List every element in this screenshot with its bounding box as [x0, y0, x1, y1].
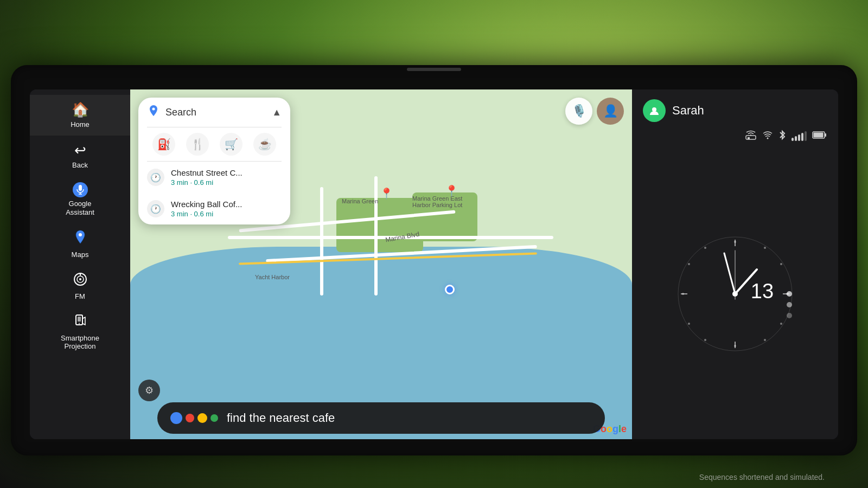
svg-point-3	[79, 233, 82, 236]
suggestion-meta-1: 3 min · 0.6 mi	[171, 178, 282, 187]
svg-rect-19	[825, 133, 826, 137]
svg-point-45	[787, 313, 792, 318]
sidebar-item-maps[interactable]: Maps	[30, 223, 130, 266]
status-bar	[632, 130, 838, 148]
back-icon: ↩	[74, 142, 86, 159]
voice-assistant-bar: find the nearest cafe	[157, 402, 605, 434]
svg-rect-0	[79, 185, 82, 191]
svg-point-9	[79, 323, 80, 324]
svg-point-30	[764, 247, 766, 249]
user-name-label: Sarah	[672, 104, 704, 118]
disclaimer-text: Sequences shortened and simulated.	[699, 473, 825, 481]
dot-green	[210, 414, 218, 422]
map-road-v1	[320, 187, 323, 296]
maps-icon	[73, 229, 88, 248]
sidebar-label-smartphone: SmartphoneProjection	[61, 334, 99, 351]
category-cafe[interactable]: ☕	[253, 133, 276, 156]
svg-point-32	[688, 263, 690, 265]
svg-point-28	[682, 293, 684, 295]
map-road-v2	[374, 176, 378, 296]
category-row: ⛽ 🍴 🛒 ☕	[138, 127, 290, 161]
analog-clock: 13	[675, 234, 795, 354]
map-label-yacht: Yacht Harbor	[255, 274, 290, 280]
svg-point-27	[734, 345, 736, 347]
map-top-right-controls: 🎙️ 👤	[565, 98, 624, 125]
sidebar-item-back[interactable]: ↩ Back	[30, 136, 130, 176]
signal-bar-4	[801, 133, 803, 141]
map-pin-2: 📍	[445, 184, 458, 197]
search-bar[interactable]: Search ▲	[138, 98, 290, 127]
sidebar-item-fm[interactable]: FM	[30, 266, 130, 307]
svg-point-44	[787, 302, 792, 307]
settings-icon: ⚙	[145, 384, 154, 396]
category-shopping[interactable]: 🛒	[220, 133, 242, 156]
suggestion-info-2: Wrecking Ball Cof... 3 min · 0.6 mi	[171, 200, 282, 218]
signal-bar-3	[798, 134, 800, 141]
svg-point-26	[734, 241, 736, 243]
google-o2: o	[607, 423, 612, 435]
dot-red	[186, 414, 194, 422]
svg-point-34	[780, 263, 782, 265]
search-chevron-icon: ▲	[272, 107, 282, 118]
svg-point-43	[787, 291, 792, 297]
sidebar-label-back: Back	[72, 161, 88, 170]
user-avatar[interactable]: 👤	[597, 98, 624, 125]
signal-bar-1	[792, 138, 794, 141]
bluetooth-icon	[778, 130, 786, 143]
dot-yellow	[197, 413, 207, 423]
map-pin-1: 📍	[380, 187, 393, 200]
google-e: e	[621, 423, 627, 435]
microphone-icon: 🎙️	[572, 104, 586, 118]
sidebar-label-maps: Maps	[72, 251, 89, 259]
google-g2: g	[612, 423, 618, 435]
svg-point-13	[652, 107, 656, 112]
sidebar: 🏠 Home ↩ Back GoogleAssistant	[30, 89, 130, 439]
map-label-marina-green: Marina Green	[342, 198, 378, 204]
assistant-mic-icon	[73, 182, 88, 197]
map-park-1	[336, 198, 423, 252]
wifi-icon	[762, 131, 773, 142]
settings-button[interactable]: ⚙	[138, 380, 160, 401]
car-wifi-icon	[745, 130, 757, 142]
svg-point-6	[79, 278, 81, 280]
search-label: Search	[165, 107, 272, 118]
signal-bar-2	[795, 136, 797, 141]
suggestion-meta-2: 3 min · 0.6 mi	[171, 210, 282, 218]
voice-button[interactable]: 🎙️	[565, 98, 592, 125]
svg-point-33	[780, 323, 782, 325]
sidebar-item-smartphone[interactable]: SmartphoneProjection	[30, 307, 130, 357]
search-panel: Search ▲ ⛽ 🍴 🛒 ☕ 🕐 Chestnut Street C... …	[138, 98, 290, 224]
user-status-icon	[643, 99, 666, 122]
google-assistant-dots	[170, 412, 218, 424]
svg-rect-20	[814, 132, 824, 137]
suggestion-info-1: Chestnut Street C... 3 min · 0.6 mi	[171, 168, 282, 187]
svg-point-17	[767, 138, 769, 139]
category-fuel[interactable]: ⛽	[152, 133, 175, 156]
suggestion-item-2[interactable]: 🕐 Wrecking Ball Cof... 3 min · 0.6 mi	[138, 193, 290, 224]
clock-container: 13	[632, 148, 838, 439]
svg-point-37	[704, 247, 706, 249]
svg-line-39	[724, 253, 735, 294]
fm-icon	[73, 272, 87, 290]
suggestion-item-1[interactable]: 🕐 Chestnut Street C... 3 min · 0.6 mi	[138, 162, 290, 193]
category-food[interactable]: 🍴	[186, 133, 209, 156]
right-panel: Sarah	[632, 89, 838, 439]
sidebar-label-assistant: GoogleAssistant	[66, 200, 94, 216]
location-dot	[445, 285, 455, 294]
sidebar-item-home[interactable]: 🏠 Home	[30, 95, 130, 136]
sidebar-item-assistant[interactable]: GoogleAssistant	[30, 176, 130, 223]
map-container: Yacht Harbor Marina Green Marina Green E…	[130, 89, 632, 439]
svg-point-31	[704, 339, 706, 341]
clock-icon-2: 🕐	[147, 200, 164, 217]
svg-point-36	[764, 339, 766, 341]
voice-transcription: find the nearest cafe	[227, 411, 335, 425]
svg-point-11	[152, 108, 155, 111]
svg-rect-15	[748, 137, 750, 139]
dot-blue	[170, 412, 182, 424]
user-header: Sarah	[632, 89, 838, 130]
suggestion-name-1: Chestnut Street C...	[171, 168, 282, 177]
svg-rect-10	[78, 317, 81, 322]
svg-point-41	[732, 291, 738, 297]
main-screen: 🏠 Home ↩ Back GoogleAssistant	[30, 89, 838, 439]
signal-bars	[792, 131, 807, 141]
